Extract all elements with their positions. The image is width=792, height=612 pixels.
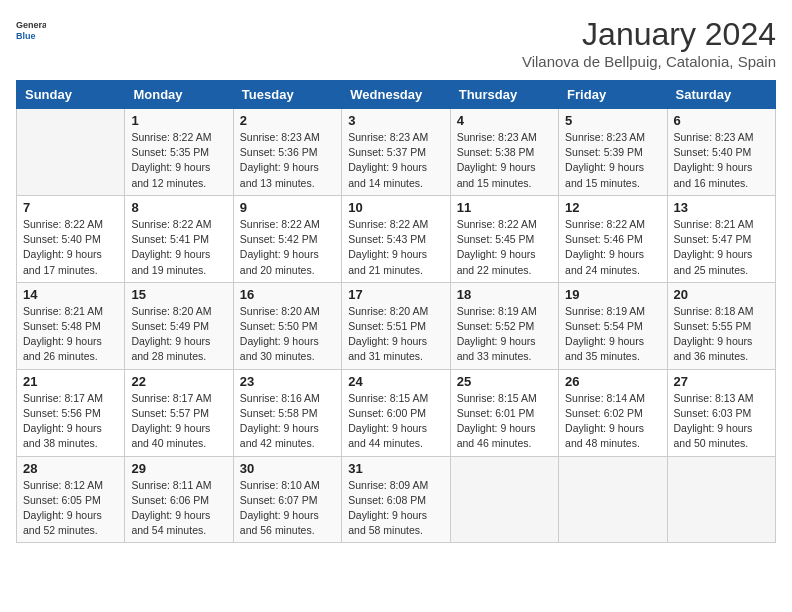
day-number: 13 (674, 200, 769, 215)
calendar-cell (667, 456, 775, 543)
day-number: 18 (457, 287, 552, 302)
day-info: Sunrise: 8:10 AM Sunset: 6:07 PM Dayligh… (240, 478, 335, 539)
day-number: 25 (457, 374, 552, 389)
day-info: Sunrise: 8:13 AM Sunset: 6:03 PM Dayligh… (674, 391, 769, 452)
day-info: Sunrise: 8:20 AM Sunset: 5:49 PM Dayligh… (131, 304, 226, 365)
calendar-cell (17, 109, 125, 196)
day-number: 24 (348, 374, 443, 389)
day-number: 29 (131, 461, 226, 476)
day-info: Sunrise: 8:21 AM Sunset: 5:48 PM Dayligh… (23, 304, 118, 365)
day-info: Sunrise: 8:19 AM Sunset: 5:54 PM Dayligh… (565, 304, 660, 365)
day-number: 9 (240, 200, 335, 215)
day-number: 19 (565, 287, 660, 302)
day-number: 5 (565, 113, 660, 128)
calendar-cell: 5Sunrise: 8:23 AM Sunset: 5:39 PM Daylig… (559, 109, 667, 196)
calendar-cell: 9Sunrise: 8:22 AM Sunset: 5:42 PM Daylig… (233, 195, 341, 282)
day-number: 22 (131, 374, 226, 389)
col-header-friday: Friday (559, 81, 667, 109)
day-info: Sunrise: 8:21 AM Sunset: 5:47 PM Dayligh… (674, 217, 769, 278)
calendar-cell: 1Sunrise: 8:22 AM Sunset: 5:35 PM Daylig… (125, 109, 233, 196)
col-header-sunday: Sunday (17, 81, 125, 109)
location-subtitle: Vilanova de Bellpuig, Catalonia, Spain (522, 53, 776, 70)
day-info: Sunrise: 8:17 AM Sunset: 5:56 PM Dayligh… (23, 391, 118, 452)
calendar-cell: 3Sunrise: 8:23 AM Sunset: 5:37 PM Daylig… (342, 109, 450, 196)
calendar-cell: 14Sunrise: 8:21 AM Sunset: 5:48 PM Dayli… (17, 282, 125, 369)
calendar-cell: 13Sunrise: 8:21 AM Sunset: 5:47 PM Dayli… (667, 195, 775, 282)
month-title: January 2024 (522, 16, 776, 53)
calendar-cell: 26Sunrise: 8:14 AM Sunset: 6:02 PM Dayli… (559, 369, 667, 456)
day-number: 2 (240, 113, 335, 128)
day-info: Sunrise: 8:22 AM Sunset: 5:42 PM Dayligh… (240, 217, 335, 278)
day-info: Sunrise: 8:23 AM Sunset: 5:38 PM Dayligh… (457, 130, 552, 191)
calendar-cell: 28Sunrise: 8:12 AM Sunset: 6:05 PM Dayli… (17, 456, 125, 543)
day-number: 26 (565, 374, 660, 389)
calendar-cell: 15Sunrise: 8:20 AM Sunset: 5:49 PM Dayli… (125, 282, 233, 369)
week-row-3: 14Sunrise: 8:21 AM Sunset: 5:48 PM Dayli… (17, 282, 776, 369)
day-number: 23 (240, 374, 335, 389)
calendar-cell: 12Sunrise: 8:22 AM Sunset: 5:46 PM Dayli… (559, 195, 667, 282)
day-number: 10 (348, 200, 443, 215)
calendar-cell (450, 456, 558, 543)
calendar-cell: 29Sunrise: 8:11 AM Sunset: 6:06 PM Dayli… (125, 456, 233, 543)
day-info: Sunrise: 8:22 AM Sunset: 5:41 PM Dayligh… (131, 217, 226, 278)
day-info: Sunrise: 8:23 AM Sunset: 5:40 PM Dayligh… (674, 130, 769, 191)
day-info: Sunrise: 8:11 AM Sunset: 6:06 PM Dayligh… (131, 478, 226, 539)
day-number: 14 (23, 287, 118, 302)
col-header-tuesday: Tuesday (233, 81, 341, 109)
col-header-thursday: Thursday (450, 81, 558, 109)
day-info: Sunrise: 8:22 AM Sunset: 5:40 PM Dayligh… (23, 217, 118, 278)
calendar-cell: 23Sunrise: 8:16 AM Sunset: 5:58 PM Dayli… (233, 369, 341, 456)
calendar-cell: 6Sunrise: 8:23 AM Sunset: 5:40 PM Daylig… (667, 109, 775, 196)
calendar-cell: 10Sunrise: 8:22 AM Sunset: 5:43 PM Dayli… (342, 195, 450, 282)
day-number: 20 (674, 287, 769, 302)
day-info: Sunrise: 8:23 AM Sunset: 5:37 PM Dayligh… (348, 130, 443, 191)
week-row-2: 7Sunrise: 8:22 AM Sunset: 5:40 PM Daylig… (17, 195, 776, 282)
day-info: Sunrise: 8:14 AM Sunset: 6:02 PM Dayligh… (565, 391, 660, 452)
calendar-cell: 11Sunrise: 8:22 AM Sunset: 5:45 PM Dayli… (450, 195, 558, 282)
svg-text:Blue: Blue (16, 31, 36, 41)
day-number: 16 (240, 287, 335, 302)
day-number: 4 (457, 113, 552, 128)
day-number: 12 (565, 200, 660, 215)
header-row: SundayMondayTuesdayWednesdayThursdayFrid… (17, 81, 776, 109)
calendar-cell: 30Sunrise: 8:10 AM Sunset: 6:07 PM Dayli… (233, 456, 341, 543)
calendar-cell: 25Sunrise: 8:15 AM Sunset: 6:01 PM Dayli… (450, 369, 558, 456)
calendar-cell: 17Sunrise: 8:20 AM Sunset: 5:51 PM Dayli… (342, 282, 450, 369)
day-number: 30 (240, 461, 335, 476)
calendar-cell: 24Sunrise: 8:15 AM Sunset: 6:00 PM Dayli… (342, 369, 450, 456)
calendar-cell: 27Sunrise: 8:13 AM Sunset: 6:03 PM Dayli… (667, 369, 775, 456)
page-header: General Blue January 2024 Vilanova de Be… (16, 16, 776, 70)
day-info: Sunrise: 8:22 AM Sunset: 5:46 PM Dayligh… (565, 217, 660, 278)
day-info: Sunrise: 8:09 AM Sunset: 6:08 PM Dayligh… (348, 478, 443, 539)
calendar-cell: 2Sunrise: 8:23 AM Sunset: 5:36 PM Daylig… (233, 109, 341, 196)
week-row-1: 1Sunrise: 8:22 AM Sunset: 5:35 PM Daylig… (17, 109, 776, 196)
day-info: Sunrise: 8:22 AM Sunset: 5:35 PM Dayligh… (131, 130, 226, 191)
day-number: 3 (348, 113, 443, 128)
col-header-wednesday: Wednesday (342, 81, 450, 109)
day-info: Sunrise: 8:16 AM Sunset: 5:58 PM Dayligh… (240, 391, 335, 452)
day-info: Sunrise: 8:23 AM Sunset: 5:39 PM Dayligh… (565, 130, 660, 191)
day-info: Sunrise: 8:15 AM Sunset: 6:00 PM Dayligh… (348, 391, 443, 452)
week-row-4: 21Sunrise: 8:17 AM Sunset: 5:56 PM Dayli… (17, 369, 776, 456)
svg-text:General: General (16, 20, 46, 30)
day-info: Sunrise: 8:18 AM Sunset: 5:55 PM Dayligh… (674, 304, 769, 365)
calendar-cell: 4Sunrise: 8:23 AM Sunset: 5:38 PM Daylig… (450, 109, 558, 196)
week-row-5: 28Sunrise: 8:12 AM Sunset: 6:05 PM Dayli… (17, 456, 776, 543)
day-number: 28 (23, 461, 118, 476)
calendar-cell: 20Sunrise: 8:18 AM Sunset: 5:55 PM Dayli… (667, 282, 775, 369)
calendar-cell: 8Sunrise: 8:22 AM Sunset: 5:41 PM Daylig… (125, 195, 233, 282)
day-info: Sunrise: 8:15 AM Sunset: 6:01 PM Dayligh… (457, 391, 552, 452)
calendar-cell: 22Sunrise: 8:17 AM Sunset: 5:57 PM Dayli… (125, 369, 233, 456)
calendar-cell: 19Sunrise: 8:19 AM Sunset: 5:54 PM Dayli… (559, 282, 667, 369)
title-block: January 2024 Vilanova de Bellpuig, Catal… (522, 16, 776, 70)
day-number: 11 (457, 200, 552, 215)
day-number: 17 (348, 287, 443, 302)
calendar-cell: 16Sunrise: 8:20 AM Sunset: 5:50 PM Dayli… (233, 282, 341, 369)
calendar-cell: 21Sunrise: 8:17 AM Sunset: 5:56 PM Dayli… (17, 369, 125, 456)
day-info: Sunrise: 8:20 AM Sunset: 5:51 PM Dayligh… (348, 304, 443, 365)
day-number: 8 (131, 200, 226, 215)
day-info: Sunrise: 8:22 AM Sunset: 5:45 PM Dayligh… (457, 217, 552, 278)
day-number: 6 (674, 113, 769, 128)
calendar-cell: 18Sunrise: 8:19 AM Sunset: 5:52 PM Dayli… (450, 282, 558, 369)
day-info: Sunrise: 8:17 AM Sunset: 5:57 PM Dayligh… (131, 391, 226, 452)
